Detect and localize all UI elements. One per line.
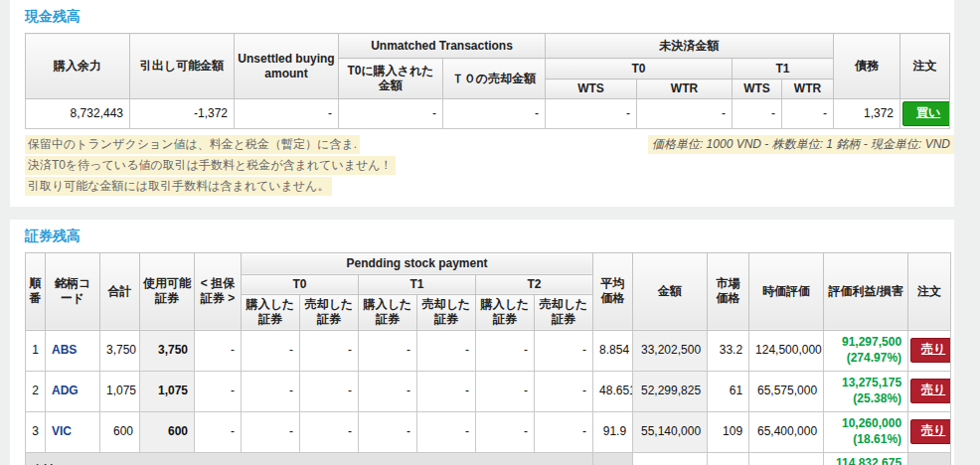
- profit-value: 13,275,175: [830, 376, 901, 391]
- col-header-t0-sold: 売却した証券: [300, 294, 359, 330]
- stock-balance-panel: 証券残高 順番 銘柄コード 合計 使用可能証券 < 担保証券 > Penddin…: [10, 220, 954, 465]
- col-header-profit-loss: 評価利益/損害: [824, 252, 908, 330]
- t0-bought-qty: -: [242, 371, 300, 411]
- total-order-empty: [908, 452, 951, 465]
- market-price: 109: [708, 411, 749, 452]
- group-header-t1: T1: [359, 274, 476, 294]
- stock-row-vic: 3 VIC 600 600 - - - - - - - 91.9 55,140,…: [26, 411, 951, 452]
- sell-button[interactable]: 売り: [910, 379, 951, 403]
- cash-balance-table: 購入余力 引出し可能金額 Unsettled buying amount Unm…: [25, 33, 950, 129]
- market-value: 124,500,000: [749, 330, 824, 371]
- market-price: 33.2: [708, 330, 749, 371]
- col-header-debt: 債務: [834, 34, 900, 99]
- cash-notes-left: 保留中のトランザクション値は、料金と税金（暫定）に含ま. 決済T0を待っている値…: [25, 135, 396, 198]
- market-price: 61: [708, 371, 749, 411]
- sell-button[interactable]: 売り: [910, 419, 951, 444]
- col-header-market-price: 市場価格: [708, 252, 749, 330]
- market-value: 65,575,000: [749, 371, 824, 411]
- stock-balance-table: 順番 銘柄コード 合計 使用可能証券 < 担保証券 > Pendding sto…: [25, 252, 951, 465]
- col-header-order: 注文: [908, 252, 951, 330]
- t1-bought-qty: -: [359, 411, 417, 452]
- group-header-t2: T2: [476, 274, 593, 294]
- col-header-t0-wts: WTS: [546, 79, 637, 99]
- col-header-total: 合計: [100, 252, 140, 330]
- collateral-qty: -: [195, 411, 242, 452]
- order-cell: 売り: [908, 411, 951, 452]
- col-header-avg-price: 平均価格: [593, 252, 633, 330]
- col-header-t0-sold: Ｔ０の売却金額: [443, 59, 546, 99]
- t0-wtr-value: -: [637, 99, 733, 129]
- stock-code: ABS: [46, 330, 100, 371]
- buying-power-value: 8,732,443: [26, 99, 130, 129]
- total-amount: 140,642,325: [633, 452, 708, 465]
- profit-pct: (18.61%): [830, 432, 901, 448]
- group-header-unmatched-transactions: Unmatched Transactions: [339, 34, 546, 59]
- group-header-t1: T1: [733, 59, 834, 79]
- row-no: 3: [26, 411, 46, 452]
- col-header-collateral: < 担保証券 >: [195, 252, 242, 330]
- order-cell: 買い: [900, 99, 950, 129]
- sell-button[interactable]: 売り: [910, 338, 951, 363]
- debt-value: 1,372: [834, 99, 900, 129]
- profit-loss: 13,275,175 (25.38%): [824, 371, 908, 411]
- col-header-stock-code: 銘柄コード: [46, 252, 100, 330]
- amount: 52,299,825: [633, 371, 708, 411]
- cash-balance-title: 現金残高: [25, 8, 954, 26]
- t2-bought-qty: -: [476, 371, 535, 411]
- t0-sold-value: -: [443, 99, 546, 129]
- row-no: 1: [26, 330, 46, 371]
- available-qty: 600: [140, 411, 195, 452]
- t1-wts-value: -: [733, 99, 782, 129]
- group-header-t0: T0: [242, 274, 359, 294]
- total-profit-value: 114,832,675: [830, 456, 901, 465]
- order-cell: 売り: [908, 371, 951, 411]
- profit-value: 91,297,500: [830, 335, 901, 351]
- note-line-3: 引取り可能な金額には取引手数料は含まれていません。: [25, 177, 332, 196]
- col-header-amount: 金額: [633, 252, 708, 330]
- note-line-2: 決済T0を待っている値の取引は手数料と税金が含まれていません！: [25, 156, 396, 175]
- unsettled-buying-value: -: [235, 99, 339, 129]
- t1-sold-qty: -: [417, 411, 476, 452]
- stock-row-adg: 2 ADG 1,075 1,075 - - - - - - - 48.651 5…: [26, 371, 951, 411]
- col-header-unsettled-buying: Unsettled buying amount: [235, 34, 339, 99]
- t1-bought-qty: -: [359, 371, 417, 411]
- stock-row-abs: 1 ABS 3,750 3,750 - - - - - - - 8.854 33…: [26, 330, 951, 371]
- col-header-order: 注文: [900, 34, 950, 99]
- panel-gap: [0, 207, 980, 220]
- available-qty: 1,075: [140, 371, 195, 411]
- t1-bought-qty: -: [359, 330, 417, 371]
- cash-balance-panel: 現金残高 購入余力 引出し可能金額 Unsettled buying amoun…: [10, 0, 954, 207]
- amount: 33,202,500: [633, 330, 708, 371]
- amount: 55,140,000: [633, 411, 708, 452]
- col-header-t2-sold: 売却した証券: [535, 294, 593, 330]
- col-header-withdrawable: 引出し可能金額: [130, 34, 235, 99]
- total-qty: 1,075: [100, 371, 140, 411]
- t0-sold-qty: -: [300, 411, 359, 452]
- t2-bought-qty: -: [476, 330, 535, 371]
- t0-wts-value: -: [546, 99, 637, 129]
- unit-note: 価格単位: 1000 VND - 株数単位: 1 銘柄 - 現金単位: VND: [648, 135, 954, 154]
- profit-value: 10,260,000: [830, 416, 901, 432]
- group-header-pending-stock-payment: Pendding stock payment: [242, 252, 593, 274]
- stock-code: ADG: [46, 371, 100, 411]
- col-header-t0-purchased: T0に購入された金額: [339, 59, 443, 99]
- col-header-t1-wts: WTS: [733, 79, 782, 99]
- collateral-qty: -: [195, 330, 242, 371]
- t2-bought-qty: -: [476, 411, 535, 452]
- total-market-value: 255,475,000: [749, 452, 824, 465]
- col-header-t1-bought: 購入した証券: [359, 294, 417, 330]
- col-header-t1-sold: 売却した証券: [417, 294, 476, 330]
- t1-wtr-value: -: [782, 99, 834, 129]
- t0-sold-qty: -: [300, 371, 359, 411]
- group-header-t0: T0: [546, 59, 733, 79]
- col-header-t0-wtr: WTR: [637, 79, 733, 99]
- avg-price: 8.854: [593, 330, 633, 371]
- total-qty: 3,750: [100, 330, 140, 371]
- buy-button[interactable]: 買い: [902, 101, 950, 126]
- withdrawable-value: -1,372: [130, 99, 235, 129]
- profit-loss: 10,260,000 (18.61%): [824, 411, 908, 452]
- stock-balance-title: 証券残高: [25, 228, 954, 245]
- stock-total-row: 合計 140,642,325 - 255,475,000 114,832,675…: [26, 452, 951, 465]
- t0-bought-qty: -: [242, 411, 300, 452]
- total-label: 合計: [26, 452, 593, 465]
